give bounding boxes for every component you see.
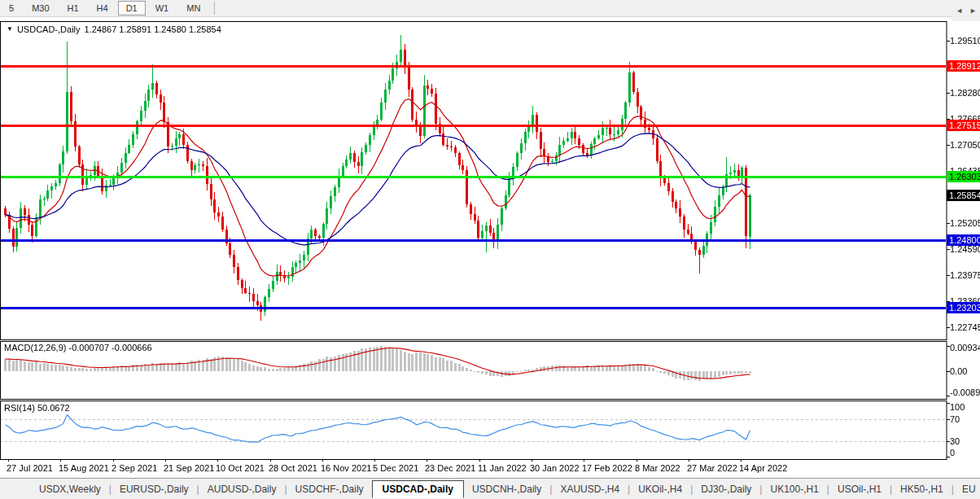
date-axis-label: 14 Apr 2022: [739, 463, 787, 473]
date-axis-label: 28 Oct 2021: [269, 463, 317, 473]
timeframe-toolbar: 5M30H1H4D1W1MN: [0, 0, 980, 17]
date-axis-label: 2 Sep 2021: [112, 463, 157, 473]
timeframe-button-h4[interactable]: H4: [89, 1, 116, 15]
chart-tab-eurusd-daily[interactable]: EURUSD-,Daily: [112, 481, 197, 497]
chart-ohlc-values: 1.24867 1.25891 1.24580 1.25854: [85, 24, 221, 34]
chart-tab-ukoil-h4[interactable]: UKOil-,H4: [630, 481, 690, 497]
date-axis-label: 16 Nov 2021: [321, 463, 371, 473]
timeframe-button-mn[interactable]: MN: [178, 1, 208, 15]
price-axis-tick-label: 1.23975: [950, 270, 980, 280]
price-line-label: 1.24800: [947, 234, 980, 246]
date-axis-label: 30 Jan 2022: [530, 463, 580, 473]
date-axis-label: 27 Mar 2022: [687, 463, 737, 473]
macd-axis-tick-label: 0.00: [950, 366, 967, 376]
timeframe-button-w1[interactable]: W1: [147, 1, 177, 15]
toolbar-separator: [214, 2, 215, 15]
scroll-left-icon[interactable]: ◄: [956, 7, 963, 15]
chart-tab-usdchf-daily[interactable]: USDCHF-,Daily: [287, 481, 372, 497]
rsi-indicator-label: RSI(14) 50.0672: [4, 403, 70, 413]
chart-tab-uk100-h1[interactable]: UK100-,H1: [762, 481, 826, 497]
price-line-label: 1.28912: [947, 60, 980, 72]
timeframe-button-h1[interactable]: H1: [59, 1, 87, 15]
macd-axis-tick-label: -0.008905: [950, 387, 980, 397]
price-axis-tick-label: 1.28280: [950, 88, 980, 98]
price-axis-tick-label: 1.22745: [950, 322, 980, 332]
mt4-window: 5M30H1H4D1W1MN ▼ USDCAD-,Daily 1.24867 1…: [0, 0, 980, 499]
scroll-right-icon[interactable]: ►: [969, 7, 977, 15]
chart-tab-dj30-daily[interactable]: DJ30-,Daily: [693, 481, 759, 497]
rsi-axis-tick-label: 70: [950, 414, 960, 424]
macd-axis-tick-label: 0.009345: [950, 343, 980, 352]
timeframe-button-d1[interactable]: D1: [118, 1, 146, 15]
price-axis-tick-label: 1.29510: [950, 36, 980, 46]
date-axis-label: 27 Jul 2021: [7, 463, 53, 473]
date-axis-label: 17 Feb 2022: [582, 463, 632, 473]
price-line-label: 1.26303: [947, 171, 980, 182]
rsi-axis-tick-label: 0: [950, 448, 955, 457]
timeframe-button-m30[interactable]: M30: [24, 1, 57, 15]
date-axis-label: 11 Jan 2022: [478, 463, 527, 473]
rsi-axis-tick-label: 30: [950, 436, 960, 446]
chart-tab-usdx-weekly[interactable]: USDX,Weekly: [31, 481, 109, 497]
date-axis-label: 8 Mar 2022: [635, 463, 680, 473]
tab-scroll-buttons: ◄ ►: [952, 0, 980, 21]
chart-tab-usdcad-daily[interactable]: USDCAD-,Daily: [372, 480, 464, 498]
chart-symbol-label: USDCAD-,Daily: [17, 24, 81, 34]
price-axis-tick-label: 1.25205: [950, 218, 980, 228]
price-line-label: 1.23203: [947, 302, 980, 313]
chart-tab-usdcnh-daily[interactable]: USDCNH-,Daily: [464, 481, 549, 497]
date-axis-label: 5 Dec 2021: [373, 463, 418, 473]
price-axis-tick-label: 1.27050: [950, 140, 980, 150]
chart-tab-usoil-h1[interactable]: USOil-,H1: [829, 481, 890, 497]
timeframe-button-5[interactable]: 5: [1, 1, 22, 15]
date-axis-label: 23 Dec 2021: [425, 463, 475, 473]
price-line-label: 1.25854: [947, 190, 980, 201]
chart-tab-eu[interactable]: EU: [954, 481, 980, 497]
date-axis-label: 10 Oct 2021: [216, 463, 265, 473]
chart-tab-bar: USDX,Weekly|EURUSD-,Daily|AUDUSD-,Daily|…: [0, 478, 980, 499]
macd-indicator-label: MACD(12,26,9) -0.000707 -0.000666: [4, 343, 152, 352]
rsi-axis-tick-label: 100: [950, 402, 965, 412]
chart-tab-hk50-h1[interactable]: HK50-,H1: [892, 481, 952, 497]
chevron-down-icon[interactable]: ▼: [7, 25, 13, 33]
date-axis-label: 21 Sep 2021: [164, 463, 214, 473]
date-axis-label: 15 Aug 2021: [59, 463, 109, 473]
chart-tab-xauusd-h4[interactable]: XAUUSD-,H4: [552, 481, 628, 497]
price-line-label: 1.27515: [947, 120, 980, 131]
chart-tab-audusd-daily[interactable]: AUDUSD-,Daily: [199, 481, 285, 497]
price-chart-canvas[interactable]: [0, 0, 980, 499]
chart-title: ▼ USDCAD-,Daily 1.24867 1.25891 1.24580 …: [7, 24, 221, 34]
